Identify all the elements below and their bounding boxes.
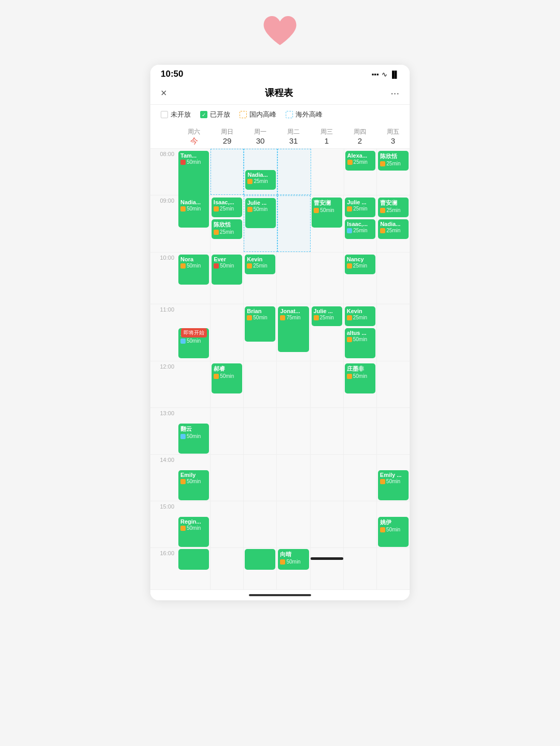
appt-icon — [214, 230, 219, 235]
appt-ever[interactable]: Ever 50min — [212, 255, 242, 285]
day-cells-14: Emily 50min — [177, 455, 410, 501]
cell-sun-10: Ever 50min — [211, 252, 244, 304]
cell-sat-12 — [177, 361, 211, 407]
appt-icon — [180, 339, 186, 344]
cell-fri-14: Emily ... 50min — [377, 455, 410, 501]
day-header-wed: 周三 1 — [310, 128, 343, 146]
appt-zhuangmofei[interactable]: 庄墨非 50min — [345, 363, 375, 393]
hour-row-08: 08:00 Tam... 50min — [150, 149, 410, 195]
hour-row-16: 16:00 向晴 — [150, 548, 410, 590]
cell-fri-16 — [377, 548, 410, 589]
legend-unchecked-box — [161, 111, 168, 118]
appt-icon — [347, 206, 352, 212]
day-header-sat: 周六 今 — [177, 128, 211, 146]
appt-jonat[interactable]: Jonat... 75min — [278, 306, 309, 352]
cell-tue-10 — [277, 252, 310, 304]
page-title: 课程表 — [265, 87, 293, 99]
hour-label-12: 12:00 — [150, 361, 177, 407]
appt-emily-fri[interactable]: Emily ... 50min — [378, 470, 409, 500]
cell-mon-15 — [244, 501, 277, 547]
appt-alexa-thu[interactable]: Alexa... 25min — [345, 151, 376, 171]
cell-thu-15 — [344, 501, 377, 547]
hour-row-11: 11:00 即将开始 厚德 ... 50min — [150, 304, 410, 361]
hour-label-13: 13:00 — [150, 408, 177, 454]
cell-mon-09: Julie ... 50min — [244, 195, 277, 252]
appt-icon — [214, 263, 219, 269]
appt-caoan-wed[interactable]: 曹安澜 50min — [312, 198, 342, 228]
appt-icon — [247, 263, 252, 269]
days-header: 周六 今 周日 29 周一 30 周二 31 周三 1 周四 2 — [150, 124, 410, 149]
cell-wed-11: Julie ... 25min — [311, 304, 344, 361]
appt-icon — [347, 315, 352, 320]
appt-icon — [347, 337, 352, 342]
cell-tue-11: Jonat... 75min — [277, 304, 310, 361]
appt-julie-thu[interactable]: Julie ... 25min — [345, 198, 375, 217]
appt-icon — [214, 374, 219, 379]
cell-fri-13 — [377, 408, 410, 454]
cell-mon-08: Nadia... 25min — [244, 149, 277, 195]
appt-brian[interactable]: Brian 50min — [245, 306, 275, 342]
appt-isaac-sun[interactable]: Isaac,... 25min — [212, 198, 242, 217]
appt-nora[interactable]: Nora 50min — [178, 255, 209, 285]
day-cells-15: Regin... 50min — [177, 501, 410, 547]
cell-thu-08: Alexa... 25min — [344, 149, 377, 195]
cell-thu-09: Julie ... 25min Isaac,... 25min — [344, 195, 377, 252]
cell-thu-13 — [344, 408, 377, 454]
appt-icon — [347, 374, 352, 379]
status-bar: 10:50 ▪▪▪ ∿ ▐▌ — [150, 65, 410, 82]
day-header-sun: 周日 29 — [211, 128, 244, 146]
day-cells-09: Nadia... 50min Isaac,... — [177, 195, 410, 252]
appt-altus[interactable]: altus ... 50min — [345, 328, 375, 358]
cell-tue-15 — [277, 501, 310, 547]
legend-checked-box: ✓ — [200, 111, 207, 118]
cell-fri-12 — [377, 361, 410, 407]
more-button[interactable]: ··· — [390, 87, 399, 99]
appt-icon — [247, 207, 253, 212]
appt-fanyun[interactable]: 翻云 50min — [178, 424, 209, 454]
hour-label-14: 14:00 — [150, 455, 177, 501]
close-button[interactable]: × — [161, 87, 167, 99]
heart-icon — [262, 16, 298, 49]
legend-row: 未开放 ✓ 已开放 国内高峰 海外高峰 — [150, 105, 410, 124]
cell-mon-10: Kevin 25min — [244, 252, 277, 304]
appt-caoan-fri[interactable]: 曹安澜 25min — [378, 198, 409, 217]
cell-wed-16 — [311, 548, 344, 589]
cell-sat-16 — [177, 548, 211, 589]
appt-regin[interactable]: Regin... 50min — [178, 517, 209, 547]
appt-nadia-mon-08[interactable]: Nadia... 25min — [245, 170, 276, 190]
appt-isaac-thu[interactable]: Isaac,... 25min — [345, 219, 375, 239]
cell-sat-15: Regin... 50min — [177, 501, 211, 547]
day-cells-11: 即将开始 厚德 ... 50min — [177, 304, 410, 361]
appt-kevin-thu[interactable]: Kevin 25min — [345, 306, 375, 326]
appt-icon — [347, 228, 352, 233]
appt-nadia-sat[interactable]: Nadia... 50min — [178, 198, 209, 228]
appt-icon — [247, 315, 252, 320]
hour-label-10: 10:00 — [150, 252, 177, 304]
cell-thu-10: Nancy 25min — [344, 252, 377, 304]
appt-nadia-fri[interactable]: Nadia... 25min — [378, 219, 409, 239]
appt-chen-sun[interactable]: 陈欣恬 25min — [212, 219, 242, 239]
cell-wed-15 — [311, 501, 344, 547]
appt-julie-mon[interactable]: Julie ... 50min — [245, 198, 276, 228]
appt-icon — [314, 208, 319, 213]
appt-haorui[interactable]: 郝睿 50min — [212, 363, 242, 393]
legend-domestic-peak: 国内高峰 — [240, 110, 276, 119]
cell-tue-09 — [277, 195, 311, 252]
appt-mon-16[interactable] — [245, 549, 275, 570]
legend-unopened-label: 未开放 — [171, 110, 191, 119]
cell-sun-08 — [211, 149, 244, 195]
cell-thu-11: Kevin 25min altus ... 50min — [344, 304, 377, 361]
cell-sat-11: 即将开始 厚德 ... 50min — [177, 304, 211, 361]
hour-label-16: 16:00 — [150, 548, 177, 589]
appt-sat-16[interactable] — [178, 549, 209, 570]
appt-kevin-mon[interactable]: Kevin 25min — [245, 255, 275, 274]
appt-icon — [247, 179, 253, 184]
cell-sat-09: Nadia... 50min — [177, 195, 211, 252]
appt-chenxintian-fri-08[interactable]: 陈欣恬 25min — [378, 151, 409, 171]
appt-emily-sat[interactable]: Emily 50min — [178, 470, 209, 500]
appt-julie-wed[interactable]: Julie ... 25min — [312, 306, 342, 326]
appt-nancy[interactable]: Nancy 25min — [345, 255, 375, 274]
appt-yaoyi[interactable]: 姚伊 50min — [378, 517, 409, 547]
hour-label-11: 11:00 — [150, 304, 177, 361]
appt-xiangqing[interactable]: 向晴 50min — [278, 549, 309, 570]
